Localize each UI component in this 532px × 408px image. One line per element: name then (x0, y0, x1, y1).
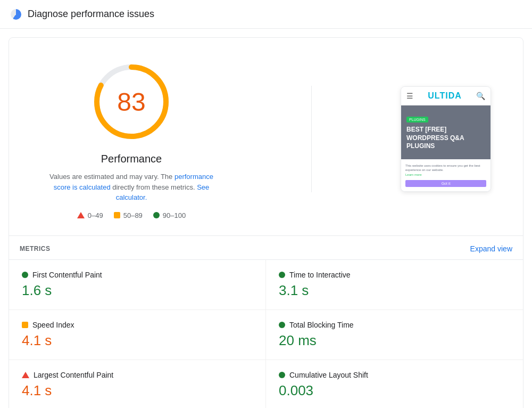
header-title: Diagnose performance issues (28, 9, 154, 20)
score-left: 83 Performance Values are estimated and … (41, 59, 222, 219)
metric-tti: Time to Interactive 3.1 s (266, 260, 523, 310)
metrics-header: METRICS Expand view (9, 235, 523, 259)
header: Diagnose performance issues (0, 0, 532, 29)
preview-cookie-banner: This website uses cookies to ensure you … (401, 159, 491, 191)
calc-link[interactable]: See calculator. (116, 183, 210, 202)
metric-cls-label: Cumulative Layout Shift (289, 371, 368, 379)
metric-si-indicator (22, 322, 28, 328)
metric-fcp-value: 1.6 s (22, 282, 253, 299)
legend-range-medium: 50–89 (123, 211, 143, 219)
metric-cls-value: 0.003 (279, 382, 510, 399)
metric-lcp: Largest Contentful Paint 4.1 s (9, 360, 266, 409)
performance-gauge: 83 (89, 59, 174, 144)
metric-tti-indicator (279, 272, 285, 278)
preview-hero-badge: PLUGINS (406, 117, 428, 123)
legend-range-bad: 0–49 (88, 211, 103, 219)
metric-cls: Cumulative Layout Shift 0.003 (266, 360, 523, 409)
legend-item-good: 90–100 (153, 211, 186, 219)
main-card: 83 Performance Values are estimated and … (9, 37, 523, 408)
metric-fcp-label: First Contentful Paint (32, 271, 102, 279)
legend-item-bad: 0–49 (77, 211, 103, 219)
metric-tti-label: Time to Interactive (289, 271, 351, 279)
metric-si-value: 4.1 s (22, 332, 253, 349)
page-wrapper: Diagnose performance issues 83 Performan… (0, 0, 532, 408)
preview-search-icon: 🔍 (476, 92, 485, 100)
website-preview: ☰ ULTIDA 🔍 PLUGINS BEST [FREE] WORDPRESS… (401, 86, 491, 192)
preview-hero: PLUGINS BEST [FREE] WORDPRESS Q&A PLUGIN… (401, 105, 491, 159)
performance-desc: Values are estimated and may vary. The p… (41, 172, 222, 203)
preview-nav: ☰ ULTIDA 🔍 (401, 87, 491, 105)
metrics-grid: First Contentful Paint 1.6 s Time to Int… (9, 259, 523, 409)
preview-hamburger-icon: ☰ (406, 92, 413, 100)
metric-tti-value: 3.1 s (279, 282, 510, 299)
preview-cookie-button[interactable]: Got it (405, 180, 486, 187)
metric-tbt-indicator (279, 322, 285, 328)
preview-brand: ULTIDA (428, 91, 461, 101)
metric-lcp-indicator (22, 372, 29, 378)
metric-tbt-value: 20 ms (279, 332, 510, 349)
metric-si: Speed Index 4.1 s (9, 310, 266, 360)
metrics-section-label: METRICS (20, 245, 51, 252)
performance-label: Performance (101, 153, 162, 165)
metric-si-label: Speed Index (32, 321, 74, 329)
metric-lcp-value: 4.1 s (22, 382, 253, 399)
legend-item-medium: 50–89 (114, 211, 143, 219)
preview-learn-more: Learn more (405, 173, 422, 176)
metric-tbt: Total Blocking Time 20 ms (266, 310, 523, 360)
preview-cookie-text: This website uses cookies to ensure you … (405, 164, 486, 177)
metric-lcp-label: Largest Contentful Paint (34, 371, 113, 379)
header-icon (11, 9, 21, 20)
gauge-number: 83 (117, 87, 145, 117)
legend-square-icon (114, 212, 120, 218)
vertical-divider (311, 86, 312, 192)
preview-hero-title: BEST [FREE] WORDPRESS Q&A PLUGINS (406, 126, 485, 151)
metric-tbt-label: Total Blocking Time (289, 321, 354, 329)
metric-fcp-indicator (22, 272, 28, 278)
legend: 0–49 50–89 90–100 (77, 211, 186, 219)
legend-dot-icon (153, 212, 160, 218)
metric-cls-indicator (279, 372, 285, 378)
score-section: 83 Performance Values are estimated and … (9, 38, 523, 235)
legend-triangle-icon (77, 212, 85, 218)
metric-fcp: First Contentful Paint 1.6 s (9, 260, 266, 310)
expand-view-button[interactable]: Expand view (470, 244, 512, 253)
legend-range-good: 90–100 (163, 211, 186, 219)
perf-score-link[interactable]: performance score is calculated (54, 173, 213, 191)
